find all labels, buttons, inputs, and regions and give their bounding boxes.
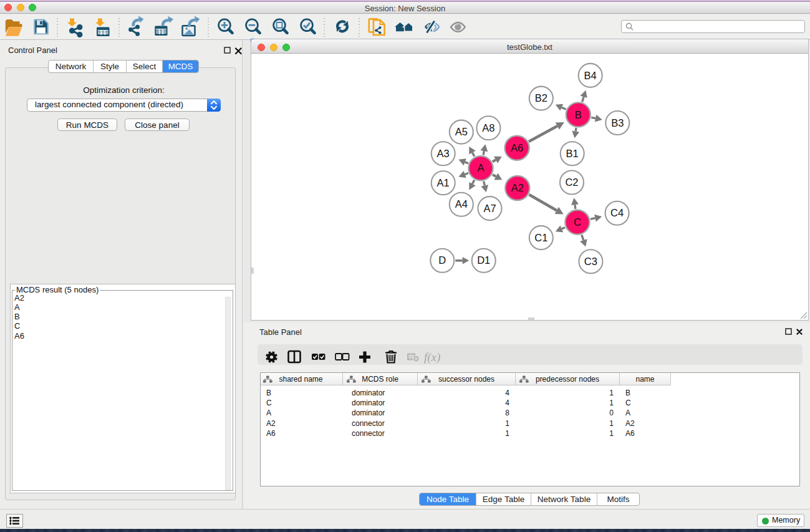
svg-text:B1: B1 (566, 148, 579, 159)
svg-text:A: A (477, 162, 484, 173)
svg-text:D: D (438, 254, 446, 266)
svg-text:B2: B2 (535, 92, 547, 104)
svg-text:A2: A2 (511, 182, 524, 193)
svg-text:C2: C2 (565, 177, 578, 188)
svg-text:B3: B3 (611, 117, 624, 128)
svg-text:A5: A5 (455, 126, 468, 137)
svg-text:A8: A8 (482, 122, 494, 133)
svg-text:C1: C1 (534, 232, 547, 243)
svg-text:B4: B4 (584, 70, 597, 81)
svg-text:f(x): f(x) (424, 351, 440, 364)
svg-text:A1: A1 (437, 177, 450, 188)
svg-text:A3: A3 (437, 148, 450, 159)
svg-text:C3: C3 (584, 256, 597, 267)
svg-text:A7: A7 (483, 203, 496, 214)
svg-text:D1: D1 (477, 254, 490, 266)
svg-text:A4: A4 (455, 198, 468, 210)
svg-text:B: B (575, 109, 582, 120)
svg-text:A6: A6 (511, 142, 523, 153)
svg-text:C4: C4 (610, 207, 624, 218)
svg-text:C: C (574, 216, 581, 228)
